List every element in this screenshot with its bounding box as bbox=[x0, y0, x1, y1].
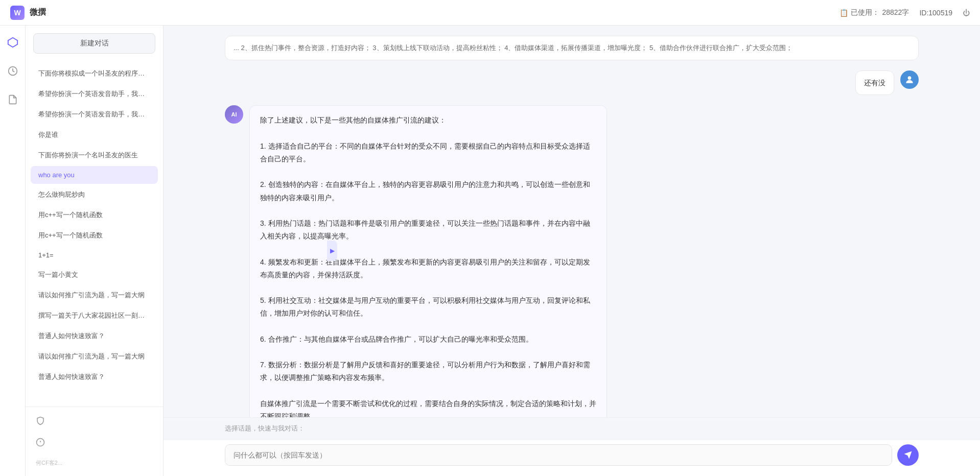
svg-marker-0 bbox=[8, 38, 17, 47]
logo-text: W bbox=[14, 9, 20, 17]
sidebar-item[interactable]: 希望你扮演一个英语发音助手，我提供给你... bbox=[31, 105, 158, 124]
header-left: W 微撰 bbox=[10, 6, 46, 20]
sidebar-item[interactable]: 写一篇小黄文 bbox=[31, 265, 158, 284]
sidebar-item[interactable]: 希望你扮演一个英语发音助手，我提供给你... bbox=[31, 84, 158, 104]
quick-select-area: 选择话题，快速与我对话： bbox=[164, 417, 980, 440]
input-area bbox=[164, 440, 980, 476]
sidebar-item[interactable]: 1+1= bbox=[31, 246, 158, 264]
sidebar: 新建对话 下面你将模拟成一个叫圣友的程序员，我说...希望你扮演一个英语发音助手… bbox=[26, 26, 164, 476]
sidebar-item[interactable]: 普通人如何快速致富？ bbox=[31, 326, 158, 346]
user-message-row: 还有没 bbox=[225, 70, 919, 95]
partial-message-text: ... 2、抓住热门事件，整合资源，打造好内容； 3、策划线上线下联动活动，提高… bbox=[234, 44, 792, 52]
sidebar-bottom-extra[interactable]: 何CF客2... bbox=[31, 455, 158, 471]
app-title: 微撰 bbox=[30, 7, 46, 18]
sidebar-item[interactable]: 你是谁 bbox=[31, 125, 158, 145]
usage-label: 已使用： bbox=[851, 8, 879, 17]
usage-info: 📋 已使用： 28822字 bbox=[839, 8, 909, 17]
sidebar-collapse-button[interactable]: ▶ bbox=[327, 241, 337, 261]
sidebar-item[interactable]: 撰写一篇关于八大家花园社区一刻钟便民生... bbox=[31, 306, 158, 325]
sidebar-item[interactable]: 普通人如何快速致富？ bbox=[31, 367, 158, 387]
rail-icon-clock[interactable] bbox=[4, 62, 22, 80]
rail-icon-hexagon[interactable] bbox=[4, 33, 22, 52]
main-layout: 新建对话 下面你将模拟成一个叫圣友的程序员，我说...希望你扮演一个英语发音助手… bbox=[0, 26, 980, 476]
sidebar-item[interactable]: who are you bbox=[31, 166, 158, 184]
ai-avatar: AI bbox=[225, 105, 243, 124]
collapse-icon: ▶ bbox=[330, 247, 335, 254]
app-container: W 微撰 📋 已使用： 28822字 ID:100519 ⏻ bbox=[0, 0, 980, 476]
send-button[interactable] bbox=[897, 444, 919, 466]
icon-rail bbox=[0, 26, 26, 476]
header: W 微撰 📋 已使用： 28822字 ID:100519 ⏻ bbox=[0, 0, 980, 26]
app-logo: W bbox=[10, 6, 25, 20]
quick-select-label: 选择话题，快速与我对话： bbox=[225, 424, 919, 433]
user-avatar bbox=[900, 70, 919, 89]
ai-message-row: AI 除了上述建议，以下是一些其他的自媒体推广引流的建议： 1. 选择适合自己的… bbox=[225, 105, 919, 417]
sidebar-item[interactable]: 请以如何推广引流为题，写一篇大纲 bbox=[31, 347, 158, 366]
partial-message: ... 2、抓住热门事件，整合资源，打造好内容； 3、策划线上线下联动活动，提高… bbox=[225, 36, 919, 60]
header-right: 📋 已使用： 28822字 ID:100519 ⏻ bbox=[839, 8, 970, 17]
id-info: ID:100519 bbox=[919, 9, 952, 17]
sidebar-bottom-shield[interactable] bbox=[31, 412, 158, 430]
user-message-text: 还有没 bbox=[864, 79, 885, 87]
svg-point-5 bbox=[908, 76, 912, 80]
sidebar-item[interactable]: 用c++写一个随机函数 bbox=[31, 226, 158, 245]
chat-area: ... 2、抓住热门事件，整合资源，打造好内容； 3、策划线上线下联动活动，提高… bbox=[164, 26, 980, 476]
power-button[interactable]: ⏻ bbox=[963, 9, 970, 17]
sidebar-bottom-info[interactable] bbox=[31, 434, 158, 451]
user-message-bubble: 还有没 bbox=[855, 70, 894, 95]
chat-input[interactable] bbox=[225, 444, 892, 466]
usage-icon: 📋 bbox=[839, 9, 848, 17]
sidebar-item[interactable]: 怎么做狗屁炒肉 bbox=[31, 185, 158, 204]
sidebar-item[interactable]: 下面你将模拟成一个叫圣友的程序员，我说... bbox=[31, 64, 158, 83]
sidebar-bottom: 何CF客2... bbox=[26, 407, 163, 476]
sidebar-list: 下面你将模拟成一个叫圣友的程序员，我说...希望你扮演一个英语发音助手，我提供给… bbox=[26, 61, 163, 407]
ai-message-text: 除了上述建议，以下是一些其他的自媒体推广引流的建议： 1. 选择适合自己的平台：… bbox=[260, 114, 596, 417]
sidebar-item[interactable]: 请以如何推广引流为题，写一篇大纲 bbox=[31, 285, 158, 305]
chat-messages: ... 2、抓住热门事件，整合资源，打造好内容； 3、策划线上线下联动活动，提高… bbox=[164, 26, 980, 417]
ai-message-bubble: 除了上述建议，以下是一些其他的自媒体推广引流的建议： 1. 选择适合自己的平台：… bbox=[249, 105, 607, 417]
usage-value: 28822字 bbox=[882, 8, 909, 17]
new-conversation-button[interactable]: 新建对话 bbox=[33, 33, 155, 54]
rail-icon-doc[interactable] bbox=[4, 90, 22, 109]
sidebar-item[interactable]: 下面你将扮演一个名叫圣友的医生 bbox=[31, 146, 158, 165]
sidebar-item[interactable]: 用c++写一个随机函数 bbox=[31, 205, 158, 225]
